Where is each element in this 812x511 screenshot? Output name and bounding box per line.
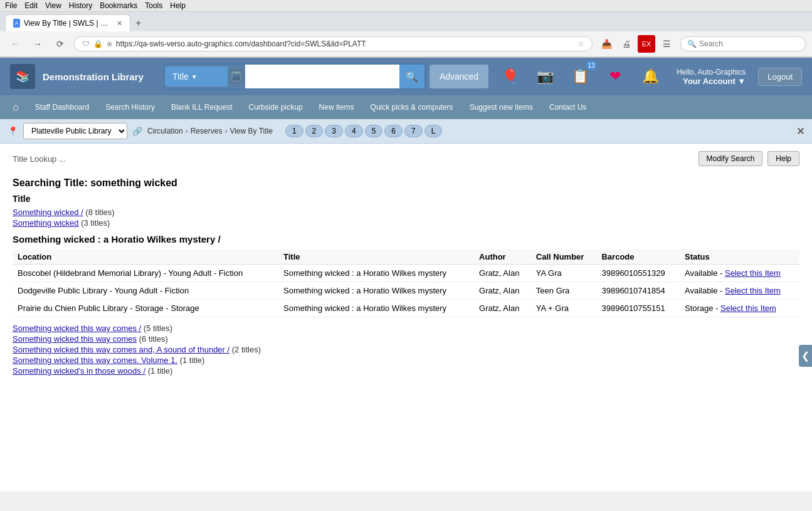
nav-search-history[interactable]: Search History [98,97,162,118]
new-tab-button[interactable]: + [133,15,144,31]
pocket-icon[interactable]: 📥 [598,35,615,53]
tab-bar: A View By Title | SWLS | platt | Au... ✕… [0,12,812,31]
help-button[interactable]: Help [767,151,799,166]
more-result-link-3[interactable]: Something wicked this way comes. Volume … [13,356,177,365]
app-header: 📚 Demonstration Library Title ▼ 🔍 Advanc… [0,58,812,95]
breadcrumb-close-button[interactable]: ✕ [796,125,804,137]
menu-help[interactable]: Help [170,1,186,10]
book-title-heading: Something wicked : a Horatio Wilkes myst… [13,234,799,245]
select-item-link-1[interactable]: Select this Item [725,286,781,295]
logout-button[interactable]: Logout [758,68,802,86]
collapse-panel-button[interactable]: ❮ [799,345,812,367]
cell-call-number: YA Gra [531,265,597,282]
tab-close-button[interactable]: ✕ [117,19,122,28]
nav-contact[interactable]: Contact Us [542,97,594,118]
result-link-1[interactable]: Something wicked [13,218,79,228]
nav-quick-picks[interactable]: Quick picks & computers [363,97,461,118]
cell-barcode: 39896010551329 [596,265,680,282]
library-dropdown[interactable]: Platteville Public Library [23,123,127,139]
account-link[interactable]: Your Account ▼ [677,76,746,86]
search-type-dropdown[interactable]: Title ▼ [165,66,228,87]
nav-blank-ill[interactable]: Blank ILL Request [164,97,240,118]
page-tab-l[interactable]: L [424,125,443,137]
cell-author: Gratz, Alan [474,282,531,300]
more-result-count-0: (5 titles) [144,324,172,333]
nav-suggest-new[interactable]: Suggest new items [462,97,540,118]
more-result-link-2[interactable]: Something wicked this way comes and, A s… [13,345,229,354]
list-item: Something wicked's in those woods / (1 t… [13,366,799,376]
search-submit-button[interactable]: 🔍 [399,65,424,88]
lightbulb-icon-button[interactable]: 🎈 [496,63,524,90]
cell-location: Prairie du Chien Public Library - Storag… [13,300,278,317]
breadcrumb-bar: 📍 Platteville Public Library 🔗 Circulati… [0,119,812,144]
library-name: Demonstration Library [43,71,144,82]
menu-icon[interactable]: ☰ [658,35,675,53]
cell-status: Available - Select this Item [680,265,799,282]
page-tab-1[interactable]: 1 [285,125,303,137]
url-input[interactable] [116,40,574,48]
extension-icon[interactable]: EX [638,35,655,53]
home-icon: ⌂ [13,102,19,112]
camera-icon-button[interactable]: 📷 [531,63,559,90]
result-link-0[interactable]: Something wicked / [13,208,83,217]
page-tab-7[interactable]: 7 [404,125,423,137]
url-bar[interactable]: 🛡 🔒 ⊕ ☆ [74,36,593,51]
breadcrumb-sep-1: › [186,127,188,135]
menu-file[interactable]: File [5,1,17,10]
select-item-link-0[interactable]: Select this Item [725,268,781,278]
page-tab-2[interactable]: 2 [305,125,324,137]
more-result-link-1[interactable]: Something wicked this way comes [13,334,137,344]
search-icon: 🔍 [406,71,418,83]
more-result-link-4[interactable]: Something wicked's in those woods / [13,366,145,376]
col-title: Title [278,250,474,265]
back-button[interactable]: ← [6,35,24,53]
search-input[interactable] [245,65,399,88]
table-row: Boscobel (Hildebrand Memorial Library) -… [13,265,799,282]
menu-history[interactable]: History [69,1,92,10]
chevron-down-icon: ▼ [191,73,198,80]
menu-view[interactable]: View [45,1,61,10]
page-tab-5[interactable]: 5 [365,125,383,137]
title-lookup-bar: Title Lookup ... Modify Search Help [13,151,799,170]
page-tab-4[interactable]: 4 [345,125,363,137]
lightbulb-icon: 🎈 [502,68,519,85]
nav-new-items[interactable]: New items [312,97,362,118]
database-icon[interactable] [229,69,244,84]
menu-tools[interactable]: Tools [145,1,162,10]
heart-icon-wrapper: ❤ [601,63,629,90]
forward-button[interactable]: → [29,35,46,53]
col-call-number: Call Number [531,250,597,265]
chain-link-icon: 🔗 [132,127,142,136]
breadcrumb-reserves[interactable]: Reserves [191,127,223,135]
user-greeting: Hello, Auto-Graphics [677,68,746,76]
breadcrumb-view-by-title[interactable]: View By Title [229,127,272,135]
cell-title: Something wicked : a Horatio Wilkes myst… [278,265,474,282]
page-tab-6[interactable]: 6 [384,125,403,137]
main-content: Title Lookup ... Modify Search Help Sear… [0,144,812,492]
menu-bookmarks[interactable]: Bookmarks [100,1,137,10]
page-tabs: 1 2 3 4 5 6 7 L [285,125,443,137]
star-icon[interactable]: ☆ [577,40,584,48]
heart-icon-button[interactable]: ❤ [601,63,629,90]
location-pin-icon: 📍 [8,126,18,136]
refresh-button[interactable]: ⟳ [51,35,69,53]
browser-search-box[interactable]: 🔍 [680,36,806,51]
breadcrumb-circulation[interactable]: Circulation [147,127,183,135]
modify-search-button[interactable]: Modify Search [699,151,763,166]
advanced-search-button[interactable]: Advanced [430,65,488,88]
select-item-link-2[interactable]: Select this Item [720,303,776,313]
more-result-link-0[interactable]: Something wicked this way comes / [13,324,141,333]
cell-author: Gratz, Alan [474,300,531,317]
browser-search-input[interactable] [699,40,781,48]
bell-icon: 🔔 [642,68,659,85]
menu-edit[interactable]: Edit [24,1,38,10]
print-icon[interactable]: 🖨 [618,35,635,53]
breadcrumb: Circulation › Reserves › View By Title [147,127,273,135]
bell-icon-button[interactable]: 🔔 [636,63,664,90]
nav-staff-dashboard[interactable]: Staff Dashboard [28,97,97,118]
shield-icon: 🛡 [82,40,90,48]
active-tab[interactable]: A View By Title | SWLS | platt | Au... ✕ [5,14,130,31]
nav-curbside[interactable]: Curbside pickup [241,97,310,118]
page-tab-3[interactable]: 3 [325,125,343,137]
nav-home[interactable]: ⌂ [5,95,26,119]
